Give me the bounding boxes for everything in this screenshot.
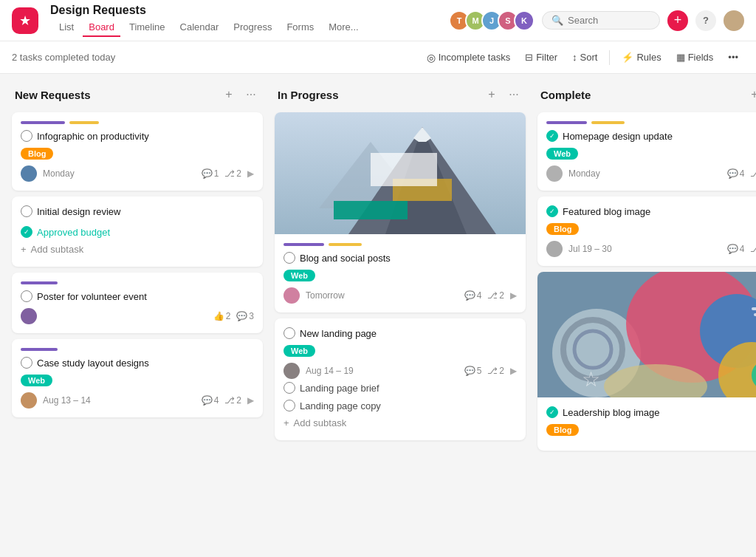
nav-list[interactable]: List	[53, 18, 80, 37]
column-title-complete: Complete	[540, 89, 740, 101]
expand-arrow-infographic[interactable]: ▶	[247, 168, 254, 179]
add-card-button-in-progress[interactable]: +	[483, 86, 501, 103]
nav-more[interactable]: More...	[323, 18, 364, 37]
toolbar-divider	[609, 50, 610, 65]
card-leadership-blog: ✓ + ☆ Leadership blog image	[537, 272, 756, 451]
help-button[interactable]: ?	[695, 10, 716, 31]
nav-progress[interactable]: Progress	[227, 18, 278, 37]
task-check-featured-blog[interactable]	[546, 205, 558, 217]
card-image-mountain	[275, 112, 526, 234]
filter-circle-icon: ◎	[427, 52, 436, 64]
column-title-in-progress: In Progress	[278, 89, 477, 101]
svg-text:☆: ☆	[582, 368, 600, 391]
sort-icon: ↕	[572, 52, 577, 63]
assignee-avatar-infographic[interactable]	[21, 165, 37, 182]
expand-arrow-case-study[interactable]: ▶	[247, 395, 254, 406]
assignee-avatar-featured-blog[interactable]	[546, 241, 563, 257]
filter-button[interactable]: ⊟ Filter	[519, 49, 563, 66]
like-icon: 👍	[213, 311, 224, 321]
tag-web-case-study[interactable]: Web	[21, 375, 52, 386]
assignee-avatar-homepage[interactable]	[546, 165, 563, 182]
add-button[interactable]: +	[667, 10, 688, 31]
toolbar: 2 tasks completed today ◎ Incomplete tas…	[0, 41, 756, 74]
incomplete-tasks-filter[interactable]: ◎ Incomplete tasks	[421, 49, 517, 66]
nav-board[interactable]: Board	[83, 18, 120, 37]
sort-button[interactable]: ↕ Sort	[566, 49, 603, 66]
nav-forms[interactable]: Forms	[281, 18, 320, 37]
branch-icon: ⎇	[224, 168, 235, 179]
tag-blog-leadership[interactable]: Blog	[546, 424, 579, 436]
card-blog-social: Blog and social posts Web Tomorrow 💬 4 ⎇	[275, 112, 526, 312]
header-right: T M J S K 🔍 + ?	[449, 10, 744, 31]
column-menu-new-requests[interactable]: ···	[242, 86, 260, 103]
comment-icon: 💬	[202, 168, 213, 179]
card-landing-page: New landing page Web Aug 14 – 19 💬 5 ⎇ 2	[275, 318, 526, 440]
branch-icon-blog-social: ⎇	[487, 290, 498, 301]
tag-blog-featured[interactable]: Blog	[546, 223, 579, 235]
task-check-infographic[interactable]	[21, 130, 32, 142]
task-check-case-study[interactable]	[21, 357, 32, 369]
tag-web-landing-page[interactable]: Web	[284, 345, 315, 357]
header: ★ Design Requests List Board Timeline Ca…	[0, 0, 756, 41]
app-icon: ★	[12, 7, 38, 34]
tag-web-homepage[interactable]: Web	[546, 148, 578, 160]
fields-button[interactable]: ▦ Fields	[670, 49, 720, 66]
add-subtask-initial-design[interactable]: + Add subtask	[21, 241, 254, 258]
task-check-homepage[interactable]	[546, 130, 558, 142]
branch-icon-homepage: ⎇	[750, 168, 756, 179]
task-check-initial-design[interactable]	[21, 205, 32, 217]
add-card-button-complete[interactable]: +	[746, 86, 756, 103]
comment-count-homepage: 💬 4	[727, 168, 745, 179]
subtask-approved-budget: Approved budget	[21, 223, 254, 241]
add-subtask-landing-page[interactable]: + Add subtask	[284, 414, 517, 431]
rules-button[interactable]: ⚡ Rules	[616, 49, 667, 66]
expand-arrow-blog-social[interactable]: ▶	[510, 290, 517, 301]
card-title-featured-blog: Featured blog image	[546, 205, 756, 217]
card-image-abstract: ✓ + ☆	[537, 272, 756, 397]
accent-bar-purple-4	[21, 348, 58, 351]
more-options-button[interactable]: •••	[722, 49, 744, 66]
assignee-avatar-poster[interactable]	[21, 308, 37, 324]
column-title-new-requests: New Requests	[15, 89, 214, 101]
card-title-leadership: Leadership blog image	[546, 406, 756, 418]
subtask-check-approved-budget[interactable]	[21, 226, 32, 238]
card-meta-landing-page: 💬 5 ⎇ 2 ▶	[464, 366, 517, 376]
task-check-leadership[interactable]	[546, 406, 558, 418]
accent-bar-purple	[21, 121, 65, 124]
subtask-check-landing-copy[interactable]	[284, 400, 295, 411]
subtask-check-landing-brief[interactable]	[284, 382, 295, 394]
subtask-landing-brief: Landing page brief	[284, 379, 517, 397]
assignee-avatar-landing-page[interactable]	[284, 363, 300, 379]
search-icon: 🔍	[551, 15, 563, 26]
task-check-blog-social[interactable]	[284, 252, 295, 264]
task-check-poster[interactable]	[21, 290, 32, 302]
search-input[interactable]	[568, 15, 650, 26]
expand-arrow-landing-page[interactable]: ▶	[510, 366, 517, 376]
card-footer-poster: 👍 2 💬 3	[21, 308, 254, 324]
comment-icon-blog-social: 💬	[464, 290, 475, 301]
accent-bar-yellow	[69, 121, 99, 124]
tag-blog-infographic[interactable]: Blog	[21, 148, 53, 160]
comment-icon-landing-page: 💬	[464, 366, 475, 376]
assignee-avatar-blog-social[interactable]	[284, 287, 300, 304]
card-footer-homepage: Monday 💬 4 ⎇ 2 ▶	[546, 165, 756, 182]
add-subtask-icon: +	[21, 244, 27, 255]
filter-icon: ⊟	[525, 52, 533, 63]
likes-count-poster: 👍 2	[213, 311, 231, 321]
nav-timeline[interactable]: Timeline	[123, 18, 171, 37]
accent-bar-purple-3	[21, 281, 58, 284]
add-card-button-new-requests[interactable]: +	[220, 86, 238, 103]
nav-calendar[interactable]: Calendar	[174, 18, 225, 37]
accent-bar-row-4	[21, 348, 254, 351]
column-menu-in-progress[interactable]: ···	[505, 86, 523, 103]
tag-web-blog-social[interactable]: Web	[284, 270, 315, 281]
comment-count-landing-page: 💬 5	[464, 366, 482, 376]
avatar-5[interactable]: K	[514, 10, 535, 31]
branch-count-featured-blog: ⎇ 2	[750, 244, 756, 254]
card-meta-featured-blog: 💬 4 ⎇ 2 ▶	[727, 244, 756, 254]
svg-rect-23	[752, 307, 756, 310]
comment-icon-case-study: 💬	[202, 395, 213, 406]
user-avatar[interactable]	[724, 10, 744, 31]
assignee-avatar-case-study[interactable]	[21, 392, 37, 409]
task-check-landing-page[interactable]	[284, 327, 295, 339]
